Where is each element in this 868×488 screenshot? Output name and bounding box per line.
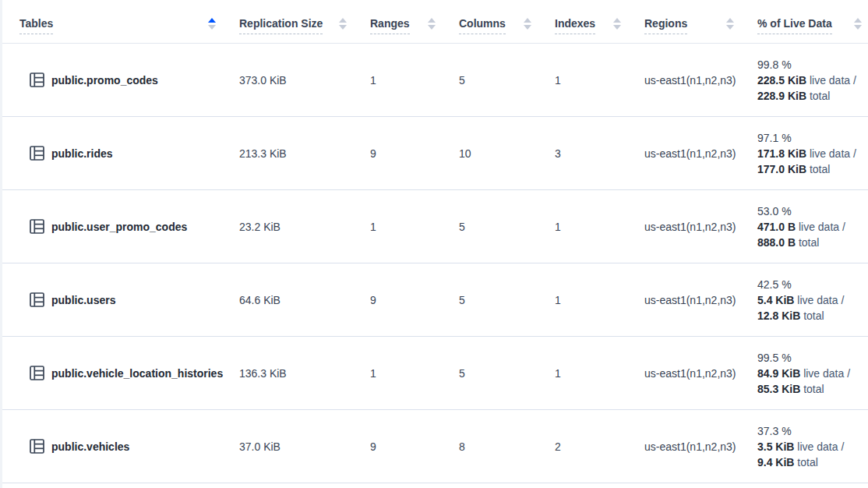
- ranges-cell: 1: [370, 337, 459, 410]
- indexes-cell: 1: [555, 190, 644, 263]
- table-name-link[interactable]: public.promo_codes: [51, 74, 158, 87]
- live-data-percent: 97.1 %: [757, 130, 868, 146]
- regions-cell: us-east1(n1,n2,n3): [644, 263, 757, 337]
- indexes-cell: 2: [555, 410, 644, 483]
- column-header-label[interactable]: Indexes: [555, 17, 595, 34]
- table-icon: [30, 219, 44, 234]
- total-data-line: 12.8 KiB total: [757, 308, 868, 324]
- indexes-cell: 1: [555, 263, 644, 337]
- column-header-label[interactable]: Ranges: [370, 17, 410, 34]
- column-header-label[interactable]: Columns: [459, 17, 506, 34]
- indexes-cell: 1: [555, 337, 644, 410]
- ranges-cell: 9: [370, 410, 459, 483]
- total-data-line: 85.3 KiB total: [757, 381, 868, 397]
- table-row[interactable]: public.vehicles 37.0 KiB 9 8 2 us-east1(…: [2, 410, 868, 483]
- columns-cell: 8: [459, 410, 555, 483]
- sort-arrows-icon[interactable]: [524, 18, 531, 30]
- sort-asc-icon: [208, 18, 216, 23]
- table-name-link[interactable]: public.user_promo_codes: [51, 221, 187, 233]
- table-name-link[interactable]: public.users: [51, 294, 115, 306]
- total-data-line: 888.0 B total: [757, 235, 868, 250]
- tables-page: Tables Replication Size Ranges Colu: [0, 0, 868, 488]
- table-icon: [30, 366, 44, 380]
- table-row[interactable]: public.promo_codes 373.0 KiB 1 5 1 us-ea…: [2, 44, 868, 117]
- live-data-percent: 53.0 %: [757, 203, 868, 219]
- column-header[interactable]: Ranges: [370, 8, 459, 44]
- ranges-cell: 9: [370, 117, 459, 190]
- table-row[interactable]: public.users 64.6 KiB 9 5 1 us-east1(n1,…: [2, 263, 868, 337]
- column-header-label[interactable]: Tables: [19, 17, 53, 34]
- table-icon: [30, 439, 44, 454]
- column-header-label[interactable]: % of Live Data: [757, 17, 832, 34]
- live-data-line: 84.9 KiB live data /: [757, 366, 868, 381]
- ranges-cell: 1: [370, 44, 459, 117]
- columns-cell: 10: [459, 117, 555, 190]
- replication-size-cell: 23.2 KiB: [239, 190, 370, 263]
- sort-arrows-icon[interactable]: [339, 18, 347, 30]
- live-data-cell: 99.5 % 84.9 KiB live data / 85.3 KiB tot…: [757, 337, 868, 410]
- replication-size-cell: 37.0 KiB: [239, 410, 370, 483]
- columns-cell: 5: [459, 44, 555, 117]
- live-data-percent: 37.3 %: [757, 423, 868, 439]
- table-name-cell: public.users: [2, 263, 239, 337]
- columns-cell: 5: [459, 263, 555, 337]
- live-data-cell: 99.8 % 228.5 KiB live data / 228.9 KiB t…: [757, 44, 868, 117]
- sort-desc-icon: [524, 25, 531, 30]
- table-name-cell: public.vehicle_location_histories: [2, 337, 239, 410]
- table-row[interactable]: public.rides 213.3 KiB 9 10 3 us-east1(n…: [2, 117, 868, 190]
- replication-size-cell: 213.3 KiB: [239, 117, 370, 190]
- sort-desc-icon: [854, 25, 862, 30]
- ranges-cell: 9: [370, 263, 459, 337]
- column-header[interactable]: Tables: [2, 8, 239, 44]
- table-name-link[interactable]: public.vehicle_location_histories: [51, 367, 223, 380]
- ranges-cell: 1: [370, 190, 459, 263]
- table-name-cell: public.rides: [2, 117, 239, 190]
- sort-arrows-icon[interactable]: [613, 18, 621, 30]
- sort-desc-icon: [428, 25, 436, 30]
- sort-asc-icon: [613, 18, 621, 23]
- total-data-line: 9.4 KiB total: [757, 454, 868, 470]
- sort-desc-icon: [339, 25, 347, 30]
- live-data-cell: 37.3 % 3.5 KiB live data / 9.4 KiB total: [757, 410, 868, 483]
- sort-arrows-icon[interactable]: [208, 18, 216, 30]
- total-data-line: 228.9 KiB total: [757, 88, 868, 104]
- column-header[interactable]: Indexes: [555, 8, 644, 44]
- column-header[interactable]: Columns: [459, 8, 555, 44]
- column-header[interactable]: Regions: [644, 8, 757, 44]
- regions-cell: us-east1(n1,n2,n3): [644, 44, 757, 117]
- sort-arrows-icon[interactable]: [428, 18, 436, 30]
- live-data-line: 228.5 KiB live data /: [757, 72, 868, 88]
- sort-asc-icon: [428, 18, 436, 23]
- table-name-link[interactable]: public.vehicles: [51, 440, 129, 453]
- indexes-cell: 3: [555, 117, 644, 190]
- table-icon: [30, 72, 44, 87]
- sort-desc-icon: [726, 25, 734, 30]
- regions-cell: us-east1(n1,n2,n3): [644, 410, 757, 483]
- table-header-row: Tables Replication Size Ranges Colu: [2, 8, 868, 44]
- table-icon: [30, 292, 44, 307]
- table-row[interactable]: public.vehicle_location_histories 136.3 …: [2, 337, 868, 410]
- sort-desc-icon: [208, 25, 216, 30]
- live-data-cell: 53.0 % 471.0 B live data / 888.0 B total: [757, 190, 868, 263]
- live-data-percent: 99.5 %: [757, 350, 868, 366]
- regions-cell: us-east1(n1,n2,n3): [644, 337, 757, 410]
- table-name-link[interactable]: public.rides: [51, 147, 113, 160]
- sort-arrows-icon[interactable]: [854, 18, 862, 30]
- live-data-line: 171.8 KiB live data /: [757, 146, 868, 161]
- sort-arrows-icon[interactable]: [726, 18, 734, 30]
- column-header[interactable]: % of Live Data: [757, 8, 868, 44]
- columns-cell: 5: [459, 190, 555, 263]
- table-row[interactable]: public.user_promo_codes 23.2 KiB 1 5 1 u…: [2, 190, 868, 263]
- total-data-line: 177.0 KiB total: [757, 161, 868, 177]
- indexes-cell: 1: [555, 44, 644, 117]
- column-header-label[interactable]: Replication Size: [239, 17, 323, 34]
- table-name-cell: public.user_promo_codes: [2, 190, 239, 263]
- sort-asc-icon: [726, 18, 734, 23]
- sort-desc-icon: [613, 25, 621, 30]
- sort-asc-icon: [339, 18, 347, 23]
- regions-cell: us-east1(n1,n2,n3): [644, 117, 757, 190]
- column-header[interactable]: Replication Size: [239, 8, 370, 44]
- column-header-label[interactable]: Regions: [644, 17, 687, 34]
- live-data-cell: 42.5 % 5.4 KiB live data / 12.8 KiB tota…: [757, 263, 868, 337]
- replication-size-cell: 373.0 KiB: [239, 44, 370, 117]
